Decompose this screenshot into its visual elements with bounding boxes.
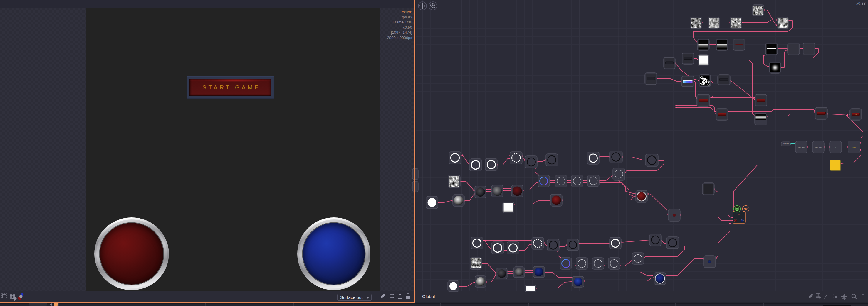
- svg-text:ooo: ooo: [738, 214, 740, 215]
- svg-text:START GAME: START GAME: [783, 143, 789, 145]
- svg-text:1.2 AB: 1.2 AB: [852, 147, 856, 148]
- svg-text:START GAME: START GAME: [798, 147, 805, 148]
- svg-text:START GAME: START GAME: [815, 147, 822, 148]
- svg-text:1.2 ABC: 1.2 ABC: [854, 114, 858, 115]
- svg-text:...: ...: [835, 146, 836, 148]
